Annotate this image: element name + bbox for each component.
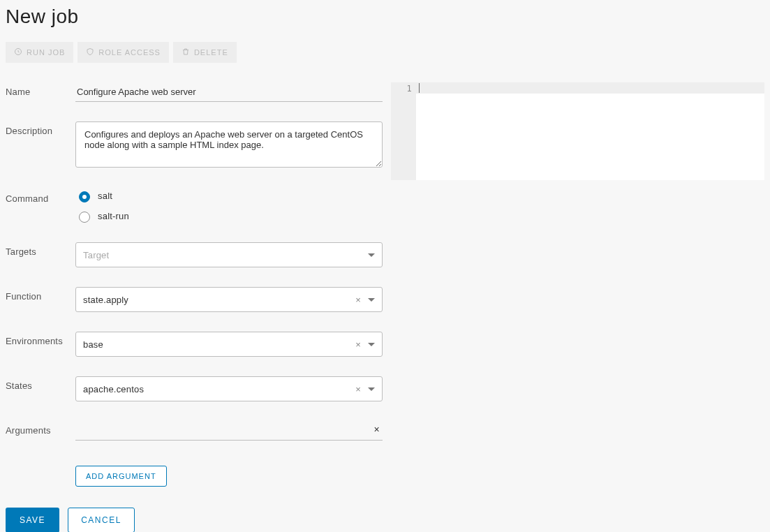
editor-content[interactable] bbox=[416, 82, 764, 180]
chevron-down-icon bbox=[368, 387, 375, 391]
toolbar: RUN JOB ROLE ACCESS DELETE bbox=[6, 42, 764, 63]
add-argument-button[interactable]: ADD ARGUMENT bbox=[75, 466, 167, 487]
cancel-button[interactable]: CANCEL bbox=[68, 508, 135, 532]
name-label: Name bbox=[6, 82, 75, 97]
targets-label: Targets bbox=[6, 242, 75, 257]
editor-cursor bbox=[419, 83, 420, 93]
radio-salt-run-input[interactable] bbox=[79, 212, 90, 223]
chevron-down-icon bbox=[368, 343, 375, 346]
run-job-button[interactable]: RUN JOB bbox=[6, 42, 73, 63]
delete-button[interactable]: DELETE bbox=[173, 42, 237, 63]
arguments-label: Arguments bbox=[6, 421, 75, 436]
states-label: States bbox=[6, 376, 75, 391]
trash-icon bbox=[182, 47, 190, 57]
targets-placeholder: Target bbox=[83, 250, 109, 260]
states-value: apache.centos bbox=[83, 384, 144, 394]
run-icon bbox=[14, 47, 22, 57]
clear-icon[interactable]: × bbox=[355, 339, 361, 350]
description-label: Description bbox=[6, 121, 75, 136]
save-button[interactable]: SAVE bbox=[6, 508, 59, 532]
states-select[interactable]: apache.centos × bbox=[75, 376, 383, 401]
run-job-label: RUN JOB bbox=[27, 48, 65, 57]
remove-argument-icon[interactable]: × bbox=[371, 424, 383, 435]
environments-select[interactable]: base × bbox=[75, 332, 383, 357]
chevron-down-icon bbox=[368, 298, 375, 302]
name-input[interactable] bbox=[75, 82, 383, 102]
page-title: New job bbox=[6, 6, 764, 28]
clear-icon[interactable]: × bbox=[355, 295, 361, 305]
function-select[interactable]: state.apply × bbox=[75, 287, 383, 312]
clear-icon[interactable]: × bbox=[355, 384, 361, 394]
argument-row: × bbox=[75, 421, 383, 441]
description-textarea[interactable] bbox=[75, 121, 383, 168]
editor-gutter: 1 bbox=[391, 82, 416, 180]
function-label: Function bbox=[6, 287, 75, 302]
code-editor[interactable]: 1 bbox=[391, 82, 764, 180]
command-radio-salt-run[interactable]: salt-run bbox=[75, 209, 383, 223]
environments-label: Environments bbox=[6, 332, 75, 346]
line-number: 1 bbox=[391, 84, 412, 94]
radio-salt-input[interactable] bbox=[79, 191, 90, 202]
function-value: state.apply bbox=[83, 295, 128, 305]
targets-select[interactable]: Target bbox=[75, 242, 383, 267]
role-access-label: ROLE ACCESS bbox=[98, 48, 161, 57]
argument-input[interactable] bbox=[75, 421, 371, 437]
command-radio-salt[interactable]: salt bbox=[75, 189, 383, 202]
chevron-down-icon bbox=[368, 253, 375, 257]
delete-label: DELETE bbox=[194, 48, 228, 57]
radio-salt-label: salt bbox=[98, 191, 112, 201]
environments-value: base bbox=[83, 339, 103, 350]
shield-icon bbox=[86, 47, 94, 57]
radio-salt-run-label: salt-run bbox=[98, 211, 129, 221]
role-access-button[interactable]: ROLE ACCESS bbox=[77, 42, 169, 63]
command-label: Command bbox=[6, 189, 75, 204]
